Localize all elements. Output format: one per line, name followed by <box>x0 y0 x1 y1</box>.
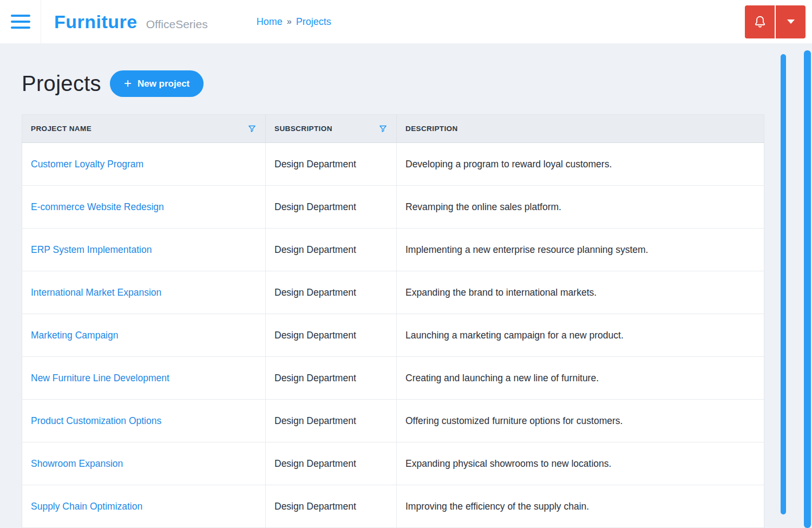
menu-icon[interactable] <box>11 15 30 29</box>
subscription-cell: Design Department <box>266 400 397 442</box>
menu-button-container <box>0 0 41 43</box>
project-name-cell: E-commerce Website Redesign <box>22 186 266 229</box>
description-cell: Implementing a new enterprise resource p… <box>397 229 764 271</box>
project-link[interactable]: Customer Loyalty Program <box>31 159 143 170</box>
column-label: DESCRIPTION <box>405 125 458 133</box>
description-cell: Offering customized furniture options fo… <box>397 400 764 442</box>
menu-bar <box>11 21 30 23</box>
project-name-cell: Product Customization Options <box>22 400 266 442</box>
table-row: E-commerce Website RedesignDesign Depart… <box>22 186 764 229</box>
description-cell: Developing a program to reward loyal cus… <box>397 143 764 186</box>
notifications-button[interactable] <box>745 5 775 38</box>
account-dropdown-button[interactable] <box>776 5 806 38</box>
brand-name: Furniture <box>54 11 137 32</box>
project-link[interactable]: International Market Expansion <box>31 287 161 298</box>
project-link[interactable]: New Furniture Line Development <box>31 373 169 383</box>
filter-funnel-icon[interactable] <box>378 124 388 133</box>
page-title: Projects <box>22 71 101 96</box>
table-row: Product Customization OptionsDesign Depa… <box>22 400 764 442</box>
content-scrollbar-thumb[interactable] <box>781 54 786 514</box>
table-row: International Market ExpansionDesign Dep… <box>22 271 764 314</box>
page-scrollbar-thumb[interactable] <box>804 50 811 528</box>
description-cell: Expanding the brand to international mar… <box>397 271 764 314</box>
filter-funnel-icon[interactable] <box>247 124 257 133</box>
top-bar: Furniture OfficeSeries Home » Projects <box>0 0 812 43</box>
subscription-cell: Design Department <box>266 314 397 357</box>
project-link[interactable]: E-commerce Website Redesign <box>31 201 164 212</box>
column-label: SUBSCRIPTION <box>274 125 332 133</box>
table-row: Marketing CampaignDesign DepartmentLaunc… <box>22 314 764 357</box>
app-root: Furniture OfficeSeries Home » Projects P… <box>0 0 812 528</box>
column-header-description: DESCRIPTION <box>397 115 764 143</box>
subscription-cell: Design Department <box>266 442 397 485</box>
subscription-cell: Design Department <box>266 229 397 271</box>
menu-bar <box>11 15 30 17</box>
subscription-cell: Design Department <box>266 143 397 186</box>
project-link[interactable]: Supply Chain Optimization <box>31 501 142 512</box>
page-header: Projects + New project <box>22 70 764 97</box>
description-cell: Revamping the online sales platform. <box>397 186 764 229</box>
description-cell: Creating and launching a new line of fur… <box>397 357 764 400</box>
project-name-cell: Supply Chain Optimization <box>22 485 266 528</box>
brand-subtitle: OfficeSeries <box>146 18 208 31</box>
breadcrumb-home-link[interactable]: Home <box>257 16 283 28</box>
subscription-cell: Design Department <box>266 271 397 314</box>
projects-table: PROJECT NAME SUBSCRIPTION <box>22 114 764 528</box>
plus-icon: + <box>124 77 132 90</box>
table-row: Customer Loyalty ProgramDesign Departmen… <box>22 143 764 186</box>
table-row: Supply Chain OptimizationDesign Departme… <box>22 485 764 528</box>
brand: Furniture OfficeSeries <box>54 11 208 32</box>
notification-bell-icon <box>753 15 767 29</box>
new-project-button[interactable]: + New project <box>110 70 204 97</box>
table-row: New Furniture Line DevelopmentDesign Dep… <box>22 357 764 400</box>
description-cell: Expanding physical showrooms to new loca… <box>397 442 764 485</box>
description-cell: Launching a marketing campaign for a new… <box>397 314 764 357</box>
project-name-cell: Showroom Expansion <box>22 442 266 485</box>
project-link[interactable]: Showroom Expansion <box>31 458 123 469</box>
subscription-cell: Design Department <box>266 485 397 528</box>
table-row: ERP System ImplementationDesign Departme… <box>22 229 764 271</box>
main-content: Projects + New project PROJECT NAME <box>0 70 812 528</box>
projects-table-body: Customer Loyalty ProgramDesign Departmen… <box>22 143 764 528</box>
table-header: PROJECT NAME SUBSCRIPTION <box>22 115 764 143</box>
topbar-actions <box>745 5 806 38</box>
description-cell: Improving the efficiency of the supply c… <box>397 485 764 528</box>
breadcrumb-projects-link[interactable]: Projects <box>296 16 331 28</box>
subscription-cell: Design Department <box>266 357 397 400</box>
column-label: PROJECT NAME <box>31 125 91 133</box>
project-name-cell: Marketing Campaign <box>22 314 266 357</box>
column-header-project-name: PROJECT NAME <box>22 115 266 143</box>
project-name-cell: Customer Loyalty Program <box>22 143 266 186</box>
project-link[interactable]: Marketing Campaign <box>31 330 118 341</box>
breadcrumb-separator: » <box>287 17 292 27</box>
project-name-cell: New Furniture Line Development <box>22 357 266 400</box>
dropdown-caret-icon <box>787 19 795 24</box>
subscription-cell: Design Department <box>266 186 397 229</box>
breadcrumb: Home » Projects <box>257 16 331 28</box>
project-name-cell: International Market Expansion <box>22 271 266 314</box>
project-link[interactable]: ERP System Implementation <box>31 244 152 255</box>
project-link[interactable]: Product Customization Options <box>31 415 161 426</box>
new-project-label: New project <box>137 79 189 89</box>
table-row: Showroom ExpansionDesign DepartmentExpan… <box>22 442 764 485</box>
menu-bar <box>11 27 30 29</box>
column-header-subscription: SUBSCRIPTION <box>266 115 397 143</box>
project-name-cell: ERP System Implementation <box>22 229 266 271</box>
